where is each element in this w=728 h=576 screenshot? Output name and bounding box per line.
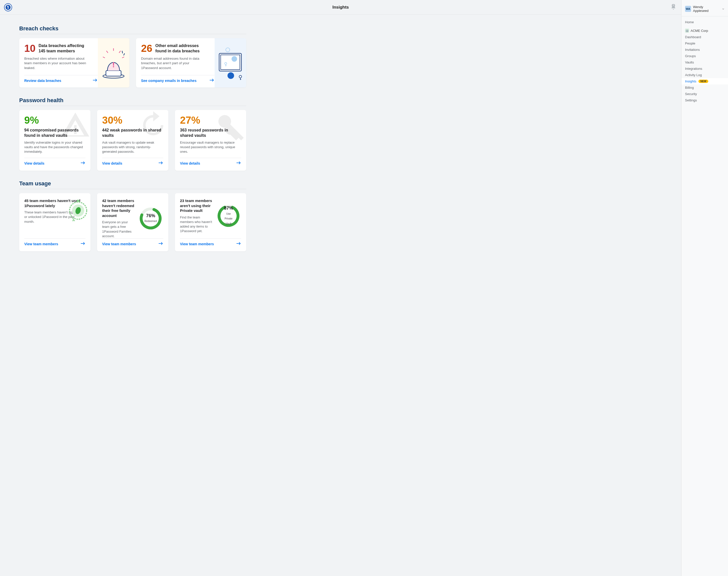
nav-item[interactable]: Activity Log xyxy=(681,72,728,78)
nav-item[interactable]: Billing xyxy=(681,84,728,91)
arrow-right-icon xyxy=(80,242,86,246)
view-team-members-link[interactable]: View team members xyxy=(180,242,214,246)
see-emails-link[interactable]: See company emails in breaches xyxy=(141,79,196,83)
warning-triangle-icon xyxy=(60,110,90,140)
view-team-members-link[interactable]: View team members xyxy=(102,242,136,246)
view-details-link[interactable]: View details xyxy=(180,161,200,165)
donut-chart-private-vault: 87% Use Private Vault xyxy=(217,204,240,228)
donut-percent: 87% xyxy=(224,206,233,211)
breach-heading: Data breaches affecting 145 team members xyxy=(39,43,88,54)
nav-item[interactable]: Dashboard xyxy=(681,34,728,40)
nav-org[interactable]: 🏢 ACME Corp xyxy=(681,27,728,34)
nav-item[interactable]: Groups xyxy=(681,53,728,59)
arrow-right-icon xyxy=(92,78,98,83)
avatar: WA xyxy=(685,6,691,12)
org-icon: 🏢 xyxy=(685,29,689,33)
stopwatch-illustration xyxy=(67,197,90,225)
page-title: Insights xyxy=(332,5,349,10)
nav-home[interactable]: Home xyxy=(681,19,728,25)
usage-description: Find the team members who haven't added … xyxy=(180,215,214,234)
svg-rect-9 xyxy=(219,53,241,71)
arrow-right-icon xyxy=(158,242,163,246)
breach-count: 10 xyxy=(24,43,36,53)
chevron-down-icon xyxy=(722,6,725,11)
view-details-link[interactable]: View details xyxy=(102,161,122,165)
donut-chart-redeemed: 76% Redeemed xyxy=(139,207,162,230)
breach-card: 10 Data breaches affecting 145 team memb… xyxy=(19,38,129,87)
view-team-members-link[interactable]: View team members xyxy=(24,242,58,246)
breach-heading: Other email addresses found in data brea… xyxy=(155,43,205,54)
svg-rect-3 xyxy=(7,6,8,6)
nav-org-label: ACME Corp xyxy=(691,29,708,33)
nav-item[interactable]: Vaults xyxy=(681,59,728,65)
review-breaches-link[interactable]: Review data breaches xyxy=(24,79,61,83)
user-menu[interactable]: WA Wendy Appleseed xyxy=(681,4,728,17)
svg-point-11 xyxy=(232,56,237,62)
nav-item[interactable]: Invitations xyxy=(681,47,728,53)
divider xyxy=(19,106,246,106)
donut-label: Redeemed xyxy=(145,220,157,223)
usage-heading: 42 team members haven't redeemed their f… xyxy=(102,198,136,218)
usage-description: Everyone on your team gets a free 1Passw… xyxy=(102,220,136,238)
usage-card-family: 42 team members haven't redeemed their f… xyxy=(97,193,169,251)
arrow-right-icon xyxy=(80,161,86,166)
view-details-link[interactable]: View details xyxy=(24,161,44,165)
key-icon xyxy=(216,110,246,140)
health-card-weak: 30% 442 weak passwords in shared vaults … xyxy=(97,110,169,171)
usage-heading: 23 team members aren't using their Priva… xyxy=(180,198,214,213)
usage-card-inactive: 45 team members haven't used 1Password l… xyxy=(19,193,90,251)
section-title-breach: Breach checks xyxy=(19,22,246,32)
svg-point-14 xyxy=(228,72,234,79)
arrow-right-icon xyxy=(158,161,163,166)
right-sidebar: WA Wendy Appleseed Home 🏢 ACME Corp Dash… xyxy=(681,0,728,576)
user-name: Wendy Appleseed xyxy=(693,5,719,12)
health-card-compromised: 9% 94 compromised passwords found in sha… xyxy=(19,110,90,171)
svg-text:!: ! xyxy=(112,60,115,69)
health-description: Ask vault managers to update weak passwo… xyxy=(102,140,163,154)
svg-rect-19 xyxy=(77,200,80,202)
new-badge: NEW xyxy=(698,80,708,83)
svg-rect-6 xyxy=(106,70,121,76)
nav-item-label: Insights xyxy=(685,79,696,83)
breach-card: 26 Other email addresses found in data b… xyxy=(136,38,246,87)
nav-item[interactable]: Integrations xyxy=(681,65,728,72)
notifications-button[interactable]: 0 xyxy=(671,4,676,10)
divider xyxy=(19,34,246,34)
usage-card-private-vault: 23 team members aren't using their Priva… xyxy=(175,193,246,251)
refresh-icon xyxy=(138,110,169,140)
nav-item[interactable]: Security xyxy=(681,91,728,97)
arrow-right-icon xyxy=(236,242,241,246)
section-title-health: Password health xyxy=(19,94,246,104)
app-logo-icon xyxy=(4,3,12,11)
donut-percent: 76% xyxy=(146,213,155,218)
donut-label: Use Private Vault xyxy=(224,212,232,225)
section-title-usage: Team usage xyxy=(19,177,246,187)
breach-description: Domain email addresses found in data bre… xyxy=(141,56,204,71)
nav-insights[interactable]: Insights NEW xyxy=(681,78,728,84)
page-header: Insights 0 xyxy=(0,0,681,15)
breach-count: 26 xyxy=(141,43,152,53)
arrow-right-icon xyxy=(236,161,241,166)
divider xyxy=(19,189,246,189)
nav-item[interactable]: People xyxy=(681,40,728,47)
notification-count-badge: 0 xyxy=(672,4,675,6)
monitor-illustration xyxy=(215,38,246,87)
health-card-reused: 27% 363 reused passwords in shared vault… xyxy=(175,110,246,171)
health-description: Encourage vault managers to replace reus… xyxy=(180,140,241,154)
breach-description: Breached sites where information about t… xyxy=(24,56,88,71)
nav-item[interactable]: Settings xyxy=(681,97,728,104)
alarm-illustration: ! xyxy=(98,38,129,87)
arrow-right-icon xyxy=(209,78,214,83)
health-description: Identify vulnerable logins in your share… xyxy=(24,140,86,154)
